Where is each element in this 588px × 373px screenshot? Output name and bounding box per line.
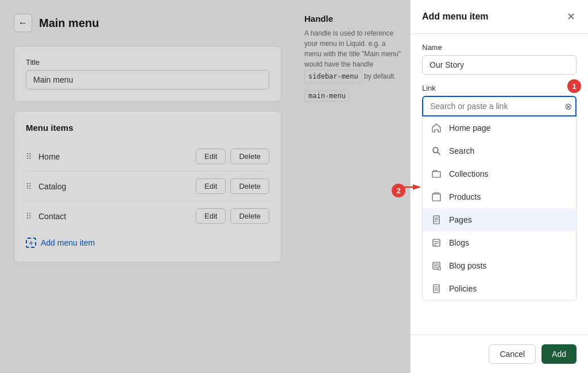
svg-line-3 [438,152,440,154]
table-row: ⠿ Contact Edit Delete [26,201,269,231]
list-item[interactable]: Blogs [423,231,576,254]
annotation-1: 1 [567,79,581,93]
back-icon: ← [18,18,28,28]
drag-handle-icon: ⠿ [26,182,32,191]
handle-title: Handle [304,14,401,24]
edit-button[interactable]: Edit [196,149,226,164]
menu-items-title: Menu items [26,123,269,133]
clear-icon: ⊗ [564,101,572,112]
home-icon [431,122,442,134]
name-field-group: Name [422,43,577,75]
delete-button[interactable]: Delete [230,178,269,194]
name-input[interactable] [422,55,577,75]
list-item[interactable]: Products [423,185,576,208]
handle-badge: sidebar-menu [304,69,362,83]
search-icon [431,145,442,157]
link-label: Link [422,84,577,92]
blog-posts-icon: + [431,260,442,271]
dropdown-item-label: Blogs [449,238,469,247]
panel-footer: Cancel Add [411,335,588,373]
dropdown-item-label: Home page [449,123,490,133]
menu-items-card: Menu items ⠿ Home Edit Delete ⠿ Catalog … [14,111,281,262]
title-input[interactable] [26,70,269,90]
blogs-icon [431,237,442,248]
list-item[interactable]: Policies [423,277,576,300]
list-item[interactable]: Search [423,139,576,162]
page-header: ← Main menu [14,14,281,32]
panel-body: Name Link ⊗ Home page [411,34,588,335]
handle-value: main-menu [304,90,350,102]
dropdown-item-label: Blog posts [449,261,486,270]
link-dropdown: Home page Search Collections [422,116,577,301]
products-icon [431,191,442,203]
add-icon: + [26,238,36,248]
dropdown-item-label: Products [449,192,481,201]
panel-header: Add menu item ✕ [411,0,588,34]
add-button[interactable]: Add [541,344,577,364]
policies-icon [431,283,442,294]
delete-button[interactable]: Delete [230,208,269,224]
cancel-button[interactable]: Cancel [489,344,536,364]
svg-rect-4 [432,172,440,177]
delete-button[interactable]: Delete [230,149,269,164]
annotation-2: 2 [392,184,405,197]
dropdown-item-label: Collections [449,169,488,178]
link-input-wrapper: ⊗ [422,96,577,116]
list-item[interactable]: Pages [423,208,576,231]
panel-title: Add menu item [422,11,489,22]
list-item[interactable]: + Blog posts [423,254,576,277]
table-row: ⠿ Catalog Edit Delete [26,172,269,201]
close-button[interactable]: ✕ [566,9,577,24]
add-menu-item-button[interactable]: + Add menu item [26,231,95,250]
back-button[interactable]: ← [14,14,32,32]
drag-handle-icon: ⠿ [26,152,32,161]
edit-button[interactable]: Edit [196,178,226,194]
link-field-group: Link ⊗ Home page [422,84,577,301]
drag-handle-icon: ⠿ [26,212,32,221]
right-panel: Add menu item ✕ Name Link ⊗ [410,0,588,373]
list-item[interactable]: Home page [423,116,576,139]
link-input[interactable] [422,96,577,116]
name-label: Name [422,43,577,52]
menu-item-name: Contact [38,212,191,221]
list-item[interactable]: Collections [423,162,576,185]
title-card: Title [14,46,281,102]
dropdown-item-label: Search [449,146,474,156]
svg-text:+: + [439,267,440,270]
close-icon: ✕ [567,10,575,23]
collections-icon [431,168,442,180]
table-row: ⠿ Home Edit Delete [26,142,269,172]
edit-button[interactable]: Edit [196,208,226,224]
pages-icon [431,214,442,226]
svg-rect-5 [432,194,440,201]
menu-item-name: Home [38,152,191,161]
add-menu-item-label: Add menu item [41,238,95,247]
title-label: Title [26,58,269,67]
menu-item-name: Catalog [38,182,191,191]
clear-link-button[interactable]: ⊗ [564,101,572,112]
page-title: Main menu [39,17,99,30]
dropdown-item-label: Policies [449,284,477,293]
dropdown-item-label: Pages [449,215,472,224]
handle-description: A handle is used to reference your menu … [304,28,401,83]
